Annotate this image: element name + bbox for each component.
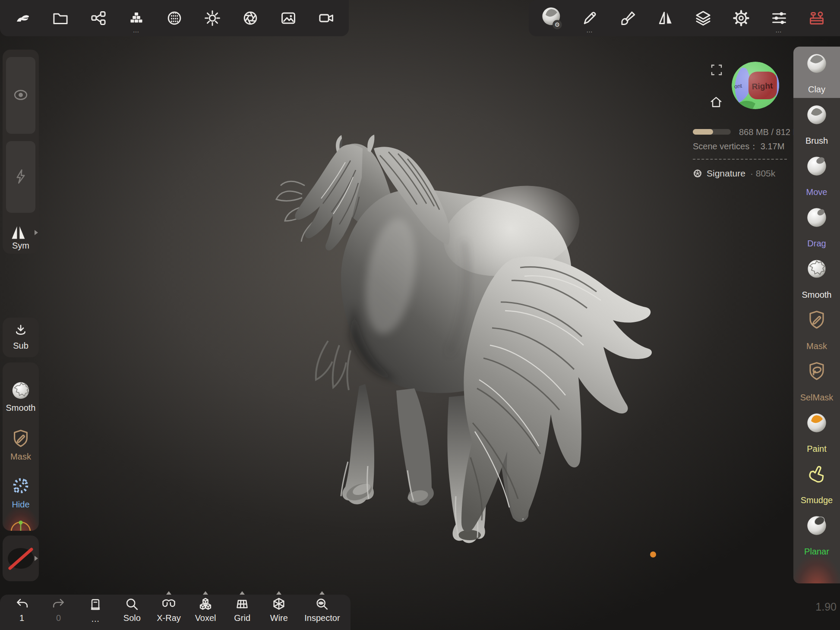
notes-more: …: [91, 614, 100, 624]
solo-button[interactable]: Solo: [115, 597, 149, 628]
layer-row-signature[interactable]: Signature · 805k: [692, 168, 775, 179]
tool-item-mask[interactable]: Mask: [793, 303, 840, 355]
smooth-sphere-icon[interactable]: [10, 380, 32, 401]
material-button[interactable]: ⚙: [540, 3, 564, 33]
inspector-eye-icon: [314, 597, 330, 612]
toolbox-icon: [808, 9, 826, 27]
scene-vertices-label: Scene vertices：: [693, 142, 758, 151]
voxel-button[interactable]: Voxel: [188, 597, 223, 628]
sym-label[interactable]: Sym: [3, 241, 39, 251]
inspector-button[interactable]: Inspector: [298, 597, 346, 628]
orientation-cube[interactable]: Right ont: [730, 60, 780, 110]
journal-icon: [88, 597, 103, 613]
planar-sphere-icon: [805, 514, 828, 537]
tool-item-move[interactable]: Move: [793, 149, 840, 201]
smooth-rock-icon: [805, 258, 828, 280]
symmetry-button[interactable]: [654, 3, 678, 33]
lighting-button[interactable]: [200, 3, 224, 33]
tool-label: SelMask: [793, 393, 840, 403]
wire-caret: [276, 591, 281, 595]
stylus-cursor-dot: [650, 551, 656, 558]
scene-graph-button[interactable]: [86, 3, 111, 33]
topology-more: …: [133, 28, 140, 32]
tool-label: Smudge: [793, 495, 840, 505]
clay-sphere-icon: [805, 52, 828, 75]
alpha-falloff-button[interactable]: [3, 536, 39, 581]
grid-button[interactable]: Grid: [225, 597, 259, 628]
dynamic-toggle-button[interactable]: [6, 141, 35, 213]
redo-count: 0: [56, 613, 61, 623]
tool-item-smooth[interactable]: Smooth: [793, 252, 840, 303]
fullscreen-button[interactable]: [710, 63, 723, 77]
tool-item-selmask[interactable]: SelMask: [793, 355, 840, 406]
tool-label: Clay: [793, 85, 840, 94]
left-sub-panel[interactable]: Sub: [3, 318, 39, 357]
signature-count: · 805k: [750, 168, 775, 179]
none-slash-icon: [6, 546, 35, 571]
paint-settings-button[interactable]: [616, 3, 640, 33]
tool-item-brush[interactable]: Brush: [793, 98, 840, 149]
stroke-pencil-button[interactable]: …: [578, 3, 602, 33]
grid-caret: [240, 591, 245, 595]
tool-item-drag[interactable]: Drag: [793, 201, 840, 252]
hide-dotted-icon[interactable]: [10, 476, 31, 497]
open-folder-button[interactable]: [48, 3, 73, 33]
debug-toolbox-button[interactable]: [805, 3, 829, 33]
home-icon: [709, 95, 723, 110]
background-image-button[interactable]: [276, 3, 300, 33]
version-number: 1.90: [806, 601, 837, 613]
layers-button[interactable]: [691, 3, 715, 33]
xray-caret: [166, 591, 171, 595]
undo-button[interactable]: 1: [5, 597, 39, 628]
redo-button[interactable]: 0: [41, 597, 76, 628]
horse-model[interactable]: [276, 135, 652, 543]
drag-sphere-icon: [805, 206, 828, 229]
topology-button[interactable]: …: [124, 3, 148, 33]
signature-label: Signature: [707, 168, 745, 179]
gizmo-partial-icon[interactable]: [4, 519, 37, 531]
tool-item-paint[interactable]: Paint: [793, 406, 840, 457]
top-right-toolbar: ⚙ …: [529, 0, 840, 36]
wire-button[interactable]: Wire: [262, 597, 296, 628]
postprocess-button[interactable]: [238, 3, 262, 33]
camera-video-button[interactable]: [314, 3, 338, 33]
sym-expand-arrow[interactable]: [35, 230, 38, 235]
grid-label: Grid: [234, 613, 250, 623]
sun-icon: [203, 9, 221, 27]
tool-label: Mask: [793, 341, 840, 351]
smooth-quick-label[interactable]: Smooth: [3, 403, 39, 413]
wireframe-sphere-icon: [692, 168, 703, 179]
layers-icon: [694, 9, 712, 27]
tool-item-clay[interactable]: Clay: [793, 47, 840, 98]
undo-icon: [14, 597, 30, 612]
mask-quick-label[interactable]: Mask: [3, 452, 39, 462]
nomad-sculpt-app: …: [0, 0, 840, 630]
tool-label: Drag: [793, 239, 840, 249]
tool-panel: Clay Brush Move Drag: [793, 47, 840, 583]
memory-text: 868 MB / 812 M: [739, 127, 793, 137]
solo-label: Solo: [123, 613, 141, 623]
notes-button[interactable]: …: [78, 597, 113, 628]
pencil-icon: [581, 9, 599, 27]
mask-shield-icon[interactable]: [11, 428, 31, 450]
falloff-expand-arrow[interactable]: [35, 556, 38, 561]
viewport-canvas[interactable]: [0, 0, 840, 630]
memory-bar-fill: [693, 129, 713, 135]
tool-item-planar[interactable]: Planar: [793, 509, 840, 560]
selmask-shield-icon: [806, 360, 827, 383]
stroke-toggle-button[interactable]: [6, 57, 35, 134]
voxel-cubes-icon: [198, 597, 213, 612]
xray-button[interactable]: X-Ray: [152, 597, 186, 628]
tool-label: Brush: [793, 136, 840, 146]
nomad-logo-button[interactable]: [10, 3, 35, 33]
tool-label: Planar: [793, 547, 840, 557]
left-stroke-panel: L/W Sym: [3, 50, 39, 254]
texture-button[interactable]: [162, 3, 186, 33]
fullscreen-icon: [710, 63, 723, 77]
tool-item-smudge[interactable]: Smudge: [793, 457, 840, 509]
home-view-button[interactable]: [709, 95, 723, 110]
xray-label: X-Ray: [157, 613, 181, 623]
symmetry-triangles-icon[interactable]: [9, 225, 28, 240]
settings-button[interactable]: [729, 3, 753, 33]
interface-button[interactable]: …: [767, 3, 791, 33]
